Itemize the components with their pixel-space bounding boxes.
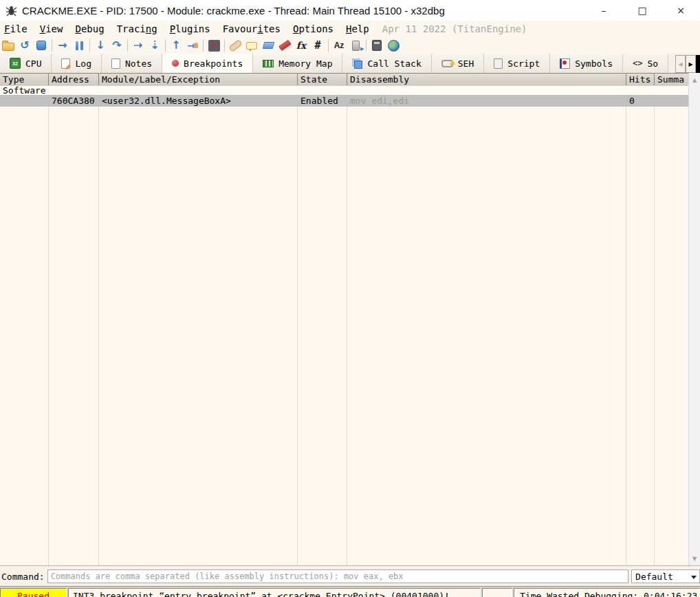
menu-options[interactable]: Options — [293, 23, 333, 34]
minimize-button[interactable]: – — [584, 0, 623, 21]
tab-cpu[interactable]: 32CPU — [0, 54, 52, 73]
app-bug-icon — [6, 5, 17, 17]
text-codepage-icon[interactable]: Az — [331, 38, 347, 53]
tab-bar-edge — [696, 55, 700, 73]
command-input[interactable] — [47, 569, 628, 583]
column-hits[interactable]: Hits — [626, 74, 655, 85]
command-bar: Command: Default — [0, 565, 700, 587]
tab-seh[interactable]: SEH — [432, 54, 484, 73]
attach-icon[interactable] — [347, 38, 364, 53]
column-type[interactable]: Type — [0, 74, 49, 85]
tab-scroll-left-button[interactable]: ◀ — [675, 55, 686, 73]
menu-tracing[interactable]: Tracing — [117, 23, 157, 34]
tab-bar: 32CPU Log Notes Breakpoints Memory Map C… — [0, 54, 700, 73]
scroll-up-icon[interactable]: ▲ — [689, 74, 700, 85]
menu-file[interactable]: File — [4, 23, 28, 34]
menu-debug[interactable]: Debug — [75, 23, 104, 34]
window-title: CRACKME.EXE - PID: 17500 - Module: crack… — [22, 5, 445, 17]
step-over-icon[interactable]: ↷ — [109, 38, 125, 53]
breakpoint-dot-icon — [172, 60, 179, 67]
build-info: Apr 11 2022 (TitanEngine) — [382, 23, 527, 34]
table-row-selected[interactable]: 760CA380 <user32.dll.MessageBoxA> Enable… — [0, 95, 689, 107]
restart-icon[interactable]: ↺ — [17, 38, 33, 53]
tab-log[interactable]: Log — [52, 54, 101, 73]
script-icon — [494, 58, 503, 69]
execute-till-return-icon[interactable]: ↑ — [168, 38, 184, 53]
scroll-down-icon[interactable]: ▼ — [689, 553, 700, 564]
command-profile-dropdown[interactable]: Default — [631, 569, 700, 583]
x32dbg-window: CRACKME.EXE - PID: 17500 - Module: crack… — [0, 0, 700, 597]
command-label: Command: — [1, 572, 45, 582]
menu-favourites[interactable]: Favourites — [223, 23, 281, 34]
open-file-icon[interactable] — [0, 38, 17, 53]
log-icon — [61, 58, 70, 69]
toolbar: ↺ → ↓ ↷ ⇢ ⇣ ↑ → S fx # Az — [0, 37, 700, 54]
functions-icon[interactable]: fx — [293, 38, 309, 53]
debug-state-badge: Paused — [0, 588, 67, 597]
menu-view[interactable]: View — [40, 23, 63, 34]
table-header: Type Address Module/Label/Exception Stat… — [0, 73, 689, 87]
column-disassembly[interactable]: Disassembly — [347, 74, 626, 85]
title-bar[interactable]: CRACKME.EXE - PID: 17500 - Module: crack… — [0, 0, 700, 21]
call-stack-icon — [354, 61, 362, 69]
patch-icon[interactable] — [227, 38, 243, 53]
tab-symbols[interactable]: Symbols — [550, 54, 623, 73]
tab-source[interactable]: <>So — [623, 54, 668, 73]
labels-icon[interactable] — [260, 38, 276, 53]
column-state[interactable]: State — [298, 74, 347, 85]
tab-scroll-right-button[interactable]: ▶ — [686, 55, 696, 73]
bookmarks-icon[interactable] — [276, 38, 293, 53]
menu-bar: File View Debug Tracing Plugins Favourit… — [0, 21, 700, 38]
status-bar: Paused INT3 breakpoint “entry breakpoint… — [0, 586, 700, 597]
close-button[interactable]: × — [661, 0, 700, 21]
cpu-chip-icon: 32 — [10, 58, 21, 69]
stop-icon[interactable] — [33, 38, 50, 53]
symbols-book-icon — [560, 58, 570, 69]
tab-breakpoints[interactable]: Breakpoints — [162, 54, 253, 73]
source-code-icon: <> — [633, 58, 642, 68]
status-spacer — [482, 588, 512, 597]
website-icon[interactable] — [385, 38, 402, 53]
chevron-down-icon — [691, 576, 697, 579]
seh-chain-icon — [441, 60, 453, 67]
comments-icon[interactable] — [243, 38, 260, 53]
notes-icon — [111, 58, 120, 69]
column-address[interactable]: Address — [49, 74, 99, 85]
table-row[interactable]: Software — [0, 86, 689, 95]
memory-map-icon — [263, 60, 274, 67]
calculator-icon[interactable] — [369, 38, 385, 53]
column-module-label-exception[interactable]: Module/Label/Exception — [99, 74, 298, 85]
menu-plugins[interactable]: Plugins — [170, 23, 210, 34]
maximize-button[interactable]: □ — [623, 0, 661, 21]
time-wasted-counter: Time Wasted Debugging: 0:04:16:23 — [514, 588, 700, 597]
animate-over-icon[interactable]: ⇣ — [146, 38, 163, 53]
tab-script[interactable]: Script — [484, 54, 550, 73]
tab-call-stack[interactable]: Call Stack — [342, 54, 431, 73]
step-into-icon[interactable]: ↓ — [92, 38, 109, 53]
run-icon[interactable]: → — [54, 38, 71, 53]
tab-notes[interactable]: Notes — [102, 54, 162, 73]
settings-icon[interactable]: S — [206, 38, 222, 53]
pause-icon[interactable] — [71, 38, 87, 53]
tab-memory-map[interactable]: Memory Map — [253, 54, 342, 73]
menu-help[interactable]: Help — [346, 23, 369, 34]
string-references-icon[interactable]: # — [309, 38, 326, 53]
vertical-scrollbar[interactable]: ▲ ▼ — [688, 73, 700, 565]
run-to-user-code-icon[interactable]: → — [184, 38, 201, 53]
animate-into-icon[interactable]: ⇢ — [130, 38, 146, 53]
breakpoints-table: Type Address Module/Label/Exception Stat… — [0, 73, 700, 565]
status-message: INT3 breakpoint “entry breakpoint” at <c… — [68, 588, 481, 597]
column-summary[interactable]: Summa — [655, 74, 689, 85]
